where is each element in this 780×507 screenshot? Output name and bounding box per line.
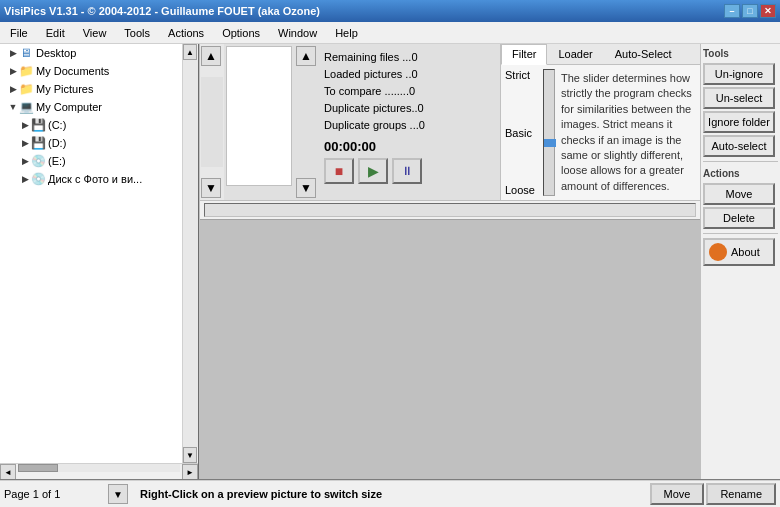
image-nav-down[interactable]: ▼ [201,178,221,198]
ignore-folder-button[interactable]: Ignore folder [703,111,775,133]
main-image-box [226,46,292,186]
play-button[interactable]: ▶ [358,158,388,184]
stat-remaining: Remaining files ...0 [324,48,496,65]
tree-label-mypics: My Pictures [36,83,93,95]
tree-vertical-scrollbar[interactable]: ▲ ▼ [182,44,198,463]
tools-panel: Tools Un-ignore Un-select Ignore folder … [700,44,780,479]
expand-arrow-desktop: ▶ [8,48,18,58]
basic-label: Basic [505,127,535,139]
move-button[interactable]: Move [703,183,775,205]
status-rename-button[interactable]: Rename [706,483,776,505]
tree-label-photo: Диск с Фото и ви... [48,173,142,185]
stat-loaded: Loaded pictures ..0 [324,65,496,82]
folder-tree-panel: ▶ 🖥 Desktop ▶ 📁 My Documents ▶ 📁 My [0,44,200,479]
tab-filter[interactable]: Filter [501,44,547,65]
tree-item-desktop[interactable]: ▶ 🖥 Desktop [0,44,182,62]
tree-item-e-drive[interactable]: ▶ 💿 (E:) [0,152,182,170]
tree-label-mycomputer: My Computer [36,101,102,113]
tree-item-d-drive[interactable]: ▶ 💾 (D:) [0,134,182,152]
filter-description: The slider determines how strictly the p… [559,69,696,196]
tree-label-desktop: Desktop [36,47,76,59]
drive-icon-c: 💾 [30,117,46,133]
divider-2 [703,233,778,234]
expand-arrow-mypics: ▶ [8,84,18,94]
similarity-slider-thumb[interactable] [544,139,556,147]
image-nav-up[interactable]: ▲ [201,46,221,66]
stop-icon: ■ [335,163,343,179]
timer-display: 00:00:00 [324,139,389,154]
preview-area[interactable] [200,219,700,479]
stat-duplicates-label: Duplicate pictures..0 [324,102,424,114]
expand-arrow-c: ▶ [20,120,30,130]
main-wrapper: ▶ 🖥 Desktop ▶ 📁 My Documents ▶ 📁 My [0,44,780,507]
menu-tools[interactable]: Tools [116,25,158,41]
tree-item-photo-disk[interactable]: ▶ 💿 Диск с Фото и ви... [0,170,182,188]
drive-icon-d: 💾 [30,135,46,151]
tree-item-mycomputer[interactable]: ▼ 💻 My Computer [0,98,182,116]
page-info: Page 1 of 1 [4,488,104,500]
pause-icon: ⏸ [401,164,413,178]
hscroll-thumb[interactable] [18,464,58,472]
menu-help[interactable]: Help [327,25,366,41]
right-scroll-down[interactable]: ▼ [296,178,316,198]
right-scroll-track [296,77,318,167]
delete-button[interactable]: Delete [703,207,775,229]
stat-remaining-label: Remaining files ...0 [324,51,418,63]
hscroll-right-button[interactable]: ► [182,464,198,479]
divider-1 [703,161,778,162]
filter-content: Strict Basic Loose The slider determines… [501,65,700,200]
expand-arrow-photo: ▶ [20,174,30,184]
menu-edit[interactable]: Edit [38,25,73,41]
unignore-button[interactable]: Un-ignore [703,63,775,85]
tree-item-mydocs[interactable]: ▶ 📁 My Documents [0,62,182,80]
fox-icon [709,243,727,261]
tab-autoselect[interactable]: Auto-Select [604,44,683,64]
title-bar: VisiPics V1.31 - © 2004-2012 - Guillaume… [0,0,780,22]
stat-compare: To compare ........0 [324,82,496,99]
menu-window[interactable]: Window [270,25,325,41]
status-action-buttons: Move Rename [650,483,776,505]
content-area: ▶ 🖥 Desktop ▶ 📁 My Documents ▶ 📁 My [0,44,780,479]
menu-options[interactable]: Options [214,25,268,41]
right-scroll-up[interactable]: ▲ [296,46,316,66]
status-move-button[interactable]: Move [650,483,705,505]
scroll-indicator[interactable]: ▼ [108,484,128,504]
menu-file[interactable]: File [2,25,36,41]
menu-actions[interactable]: Actions [160,25,212,41]
window-controls: – □ ✕ [724,4,776,18]
tree-item-c-drive[interactable]: ▶ 💾 (C:) [0,116,182,134]
pause-button[interactable]: ⏸ [392,158,422,184]
menu-view[interactable]: View [75,25,115,41]
unselect-button[interactable]: Un-select [703,87,775,109]
maximize-button[interactable]: □ [742,4,758,18]
hscroll-left-button[interactable]: ◄ [0,464,16,479]
computer-icon: 💻 [18,99,34,115]
about-button[interactable]: About [703,238,775,266]
tree-horizontal-scrollbar[interactable]: ◄ ► [0,463,198,479]
expand-arrow-e: ▶ [20,156,30,166]
vscroll-up-button[interactable]: ▲ [183,44,197,60]
auto-select-button[interactable]: Auto-select [703,135,775,157]
stop-button[interactable]: ■ [324,158,354,184]
stat-groups: Duplicate groups ...0 [324,116,496,133]
tab-loader[interactable]: Loader [547,44,603,64]
playback-controls: ■ ▶ ⏸ [324,158,496,184]
minimize-button[interactable]: – [724,4,740,18]
center-panel: ▲ ▼ ▲ ▼ Remaining files ...0 [200,44,700,479]
vscroll-down-button[interactable]: ▼ [183,447,197,463]
strict-label: Strict [505,69,535,81]
desktop-icon: 🖥 [18,45,34,61]
progress-bar [204,203,696,217]
stat-loaded-label: Loaded pictures ..0 [324,68,418,80]
image-nav-left: ▲ ▼ [200,44,224,200]
expand-arrow-mydocs: ▶ [8,66,18,76]
image-filter-row: ▲ ▼ ▲ ▼ Remaining files ...0 [200,44,700,201]
scroll-icon: ▼ [113,489,123,500]
drive-icon-photo: 💿 [30,171,46,187]
expand-arrow-d: ▶ [20,138,30,148]
tree-item-mypics[interactable]: ▶ 📁 My Pictures [0,80,182,98]
similarity-slider-track[interactable] [543,69,555,196]
vscroll-track [183,60,198,447]
close-button[interactable]: ✕ [760,4,776,18]
tree-label-d: (D:) [48,137,66,149]
